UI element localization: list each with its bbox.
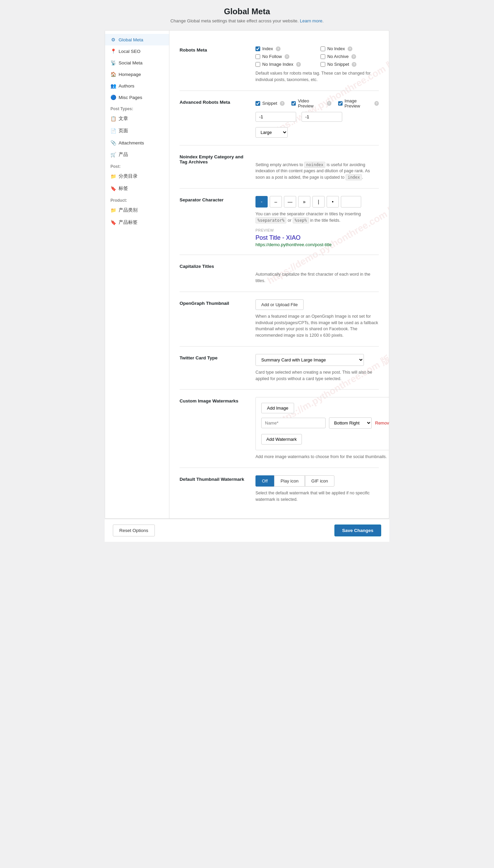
noindex-description: Setting empty archives to noindex is use… xyxy=(255,162,379,181)
snippet-checkbox[interactable] xyxy=(255,101,260,106)
capitalize-description: Automatically capitalize the first chara… xyxy=(255,271,379,284)
capitalize-content: Automatically capitalize the first chara… xyxy=(255,262,379,284)
checkbox-no-snippet: No Snippet ? xyxy=(321,62,379,67)
thumbnail-play-button[interactable]: Play icon xyxy=(274,475,305,486)
pages-icon: 📄 xyxy=(111,128,116,134)
robots-meta-description: Default values for robots meta tag. Thes… xyxy=(255,70,379,83)
sidebar: ⚙ Global Meta 📍 Local SEO 📡 Social Meta … xyxy=(105,31,169,518)
learn-more-link[interactable]: Learn more xyxy=(300,18,322,23)
authors-icon: 👥 xyxy=(111,83,116,89)
video-preview-help-icon[interactable]: ? xyxy=(327,101,331,106)
sidebar-item-product-categories[interactable]: 📁 产品类别 xyxy=(105,204,169,216)
sidebar-item-global-meta[interactable]: ⚙ Global Meta xyxy=(105,34,169,45)
preview-label: PREVIEW xyxy=(255,228,379,232)
index-help-icon[interactable]: ? xyxy=(276,47,281,51)
video-preview-checkbox[interactable] xyxy=(291,101,296,106)
no-archive-help-icon[interactable]: ? xyxy=(352,54,356,59)
watermarks-label: Custom Image Watermarks xyxy=(179,397,247,460)
no-snippet-help-icon[interactable]: ? xyxy=(352,62,357,67)
advanced-robots-section: Advanced Robots Meta Snippet ? Video Pre… xyxy=(179,91,379,145)
remove-watermark-link[interactable]: Remove xyxy=(375,421,389,426)
adv-snippet-row: Snippet ? xyxy=(255,98,285,109)
page-footer: Reset Options Save Changes xyxy=(105,519,389,542)
main-layout: ⚙ Global Meta 📍 Local SEO 📡 Social Meta … xyxy=(105,30,389,519)
separator-content: - – — » | • You can use the separator ch… xyxy=(255,196,379,247)
separator-buttons: - – — » | • xyxy=(255,196,379,207)
no-follow-help-icon[interactable]: ? xyxy=(285,54,289,59)
product-label: Product: xyxy=(105,195,169,204)
no-image-index-help-icon[interactable]: ? xyxy=(296,62,301,67)
sidebar-item-misc-pages[interactable]: 🔵 Misc Pages xyxy=(105,92,169,103)
misc-icon: 🔵 xyxy=(111,95,116,100)
adv-robots-checkboxes: Snippet ? Video Preview ? Image Preview … xyxy=(255,98,379,109)
sidebar-item-product-tags[interactable]: 🔖 产品标签 xyxy=(105,216,169,228)
watermark-position-select[interactable]: Top Left Top Center Top Right Center Lef… xyxy=(329,418,372,429)
sidebar-item-attachments[interactable]: 📎 Attachments xyxy=(105,137,169,148)
upload-file-button[interactable]: Add or Upload File xyxy=(255,299,304,310)
post-label: Post: xyxy=(105,161,169,170)
sidebar-item-local-seo[interactable]: 📍 Local SEO xyxy=(105,45,169,57)
thumbnail-gif-button[interactable]: GIF icon xyxy=(305,475,335,486)
no-archive-checkbox[interactable] xyxy=(321,54,325,59)
add-image-button[interactable]: Add Image xyxy=(261,403,294,413)
snippet-value-input[interactable] xyxy=(255,112,296,122)
add-watermark-button[interactable]: Add Watermark xyxy=(261,434,302,444)
sep-btn-bullet[interactable]: • xyxy=(327,196,339,207)
image-preview-checkbox[interactable] xyxy=(338,101,343,106)
sidebar-item-homepage[interactable]: 🏠 Homepage xyxy=(105,69,169,80)
sep-btn-pipe[interactable]: | xyxy=(312,196,325,207)
separator-code2: %sep% xyxy=(293,217,309,223)
attachments-icon: 📎 xyxy=(111,140,116,145)
twitter-card-section: Twitter Card Type Summary Card Summary C… xyxy=(179,347,379,390)
no-snippet-checkbox[interactable] xyxy=(321,62,325,67)
no-image-index-checkbox[interactable] xyxy=(255,62,260,67)
checkbox-no-index: No Index ? xyxy=(321,46,379,51)
image-preview-help-icon[interactable]: ? xyxy=(374,101,379,106)
sidebar-item-posts[interactable]: 📋 文章 xyxy=(105,113,169,125)
sidebar-item-products[interactable]: 🛒 产品 xyxy=(105,148,169,161)
sidebar-item-pages[interactable]: 📄 页面 xyxy=(105,125,169,137)
robots-checkbox-grid: Index ? No Index ? No Follow ? xyxy=(255,46,379,67)
sidebar-item-tags[interactable]: 🔖 标签 xyxy=(105,182,169,195)
default-thumbnail-content: Off Play icon GIF icon Select the defaul… xyxy=(255,475,379,503)
home-icon: 🏠 xyxy=(111,72,116,77)
categories-icon: 📁 xyxy=(111,173,116,179)
sep-btn-en-dash[interactable]: – xyxy=(270,196,282,207)
sep-btn-guillemet[interactable]: » xyxy=(298,196,310,207)
no-index-checkbox[interactable] xyxy=(321,47,325,51)
no-follow-checkbox[interactable] xyxy=(255,54,260,59)
sidebar-item-categories[interactable]: 📁 分类目录 xyxy=(105,170,169,182)
twitter-card-select[interactable]: Summary Card Summary Card with Large Ima… xyxy=(255,354,364,366)
page-header: Global Meta Change Global meta settings … xyxy=(105,7,389,23)
checkbox-no-follow: No Follow ? xyxy=(255,54,314,59)
thumbnail-btn-group: Off Play icon GIF icon xyxy=(255,475,379,486)
sep-btn-empty[interactable] xyxy=(341,196,361,207)
noindex-content: Setting empty archives to noindex is use… xyxy=(255,153,379,181)
sep-btn-em-dash[interactable]: — xyxy=(284,196,296,207)
sidebar-item-social-meta[interactable]: 📡 Social Meta xyxy=(105,57,169,69)
default-thumbnail-description: Select the default watermark that will b… xyxy=(255,490,379,503)
opengraph-label: OpenGraph Thumbnail xyxy=(179,299,247,339)
video-preview-value-input[interactable] xyxy=(302,112,342,122)
twitter-card-description: Card type selected when creating a new p… xyxy=(255,369,379,382)
default-thumbnail-label: Default Thumbnail Watermark xyxy=(179,475,247,503)
advanced-robots-label: Advanced Robots Meta xyxy=(179,98,247,138)
location-icon: 📍 xyxy=(111,49,116,54)
preview-url: https://demo.pythonthree.com/post-title xyxy=(255,242,379,247)
watermark-name-input[interactable] xyxy=(261,418,326,428)
twitter-card-content: Summary Card Summary Card with Large Ima… xyxy=(255,354,379,382)
checkbox-index: Index ? xyxy=(255,46,314,51)
index-checkbox[interactable] xyxy=(255,47,260,51)
image-preview-select[interactable]: None Standard Large xyxy=(255,127,288,138)
snippet-help-icon[interactable]: ? xyxy=(280,101,285,106)
sep-btn-dash[interactable]: - xyxy=(255,196,268,207)
no-index-help-icon[interactable]: ? xyxy=(348,47,353,51)
content-area: https://www.pythonthree.com 版权博客 https:/… xyxy=(169,31,389,518)
thumbnail-off-button[interactable]: Off xyxy=(255,475,274,486)
sidebar-item-authors[interactable]: 👥 Authors xyxy=(105,80,169,92)
save-button[interactable]: Save Changes xyxy=(335,524,381,536)
robots-meta-content: Index ? No Index ? No Follow ? xyxy=(255,46,379,83)
reset-button[interactable]: Reset Options xyxy=(113,524,155,536)
adv-video-preview-row: Video Preview ? xyxy=(291,98,331,109)
capitalize-label: Capitalize Titles xyxy=(179,262,247,284)
